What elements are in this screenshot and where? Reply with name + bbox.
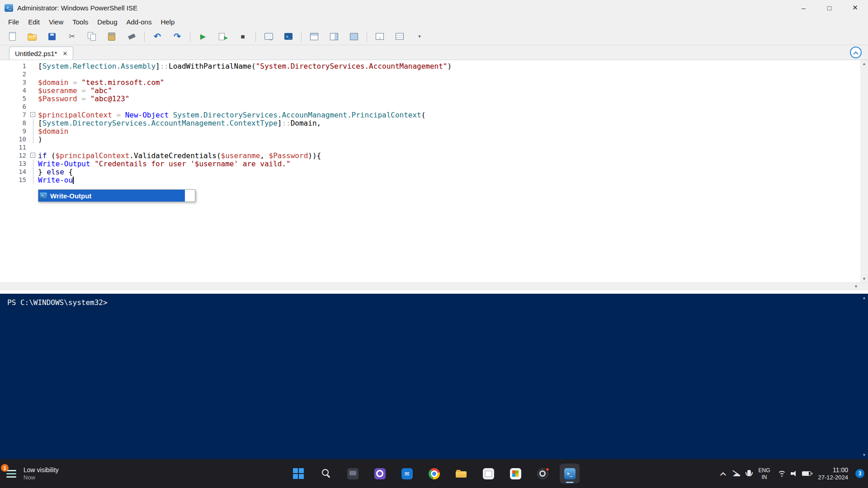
menu-item-edit[interactable]: Edit xyxy=(24,17,44,27)
powershell-ise-app-icon: >_ xyxy=(5,4,13,12)
code-token: System.DirectoryServices.AccountManageme… xyxy=(42,119,278,127)
intellisense-item[interactable]: >_Write-Output xyxy=(38,190,185,202)
start-button[interactable] xyxy=(288,464,308,483)
menu-item-tools[interactable]: Tools xyxy=(68,17,93,27)
script-pane-toggle-button[interactable] xyxy=(850,47,862,58)
code-line-11[interactable]: 11 xyxy=(0,143,860,151)
show-script-pane-button[interactable] xyxy=(391,29,408,44)
code-text: $principalContext = New-Object System.Di… xyxy=(38,111,425,119)
code-line-6[interactable]: 6 xyxy=(0,103,860,111)
code-token: = xyxy=(81,86,86,95)
toolbar-overflow-button[interactable]: ▾ xyxy=(411,29,428,44)
menu-item-debug[interactable]: Debug xyxy=(93,17,122,27)
fold-collapse-button[interactable]: - xyxy=(30,151,37,160)
weather-widget[interactable]: 1 Low visibility Now xyxy=(5,466,59,481)
store-icon xyxy=(510,468,521,479)
code-token: } xyxy=(38,168,47,176)
tray-overflow-button[interactable] xyxy=(721,472,725,476)
language-switcher[interactable]: ENG IN xyxy=(758,467,770,480)
line-number: 2 xyxy=(0,70,30,78)
code-line-2[interactable]: 2 xyxy=(0,70,860,78)
copy-button[interactable] xyxy=(83,29,100,44)
open-script-button[interactable] xyxy=(24,29,41,44)
undo-button[interactable]: ↶ xyxy=(149,29,166,44)
redo-button[interactable]: ↷ xyxy=(169,29,186,44)
folder-icon xyxy=(455,468,467,479)
code-line-13[interactable]: 13Write-Output "Credentails for user '$u… xyxy=(0,160,860,168)
code-line-14[interactable]: 14} else { xyxy=(0,168,860,176)
save-button[interactable] xyxy=(43,29,61,44)
menu-item-file[interactable]: File xyxy=(4,17,24,27)
microphone-button[interactable] xyxy=(747,470,751,477)
code-line-8[interactable]: 8[System.DirectoryServices.AccountManage… xyxy=(0,119,860,127)
notification-center-button[interactable]: 3 xyxy=(855,469,864,478)
code-token: $principalContext xyxy=(38,111,112,119)
taskbar-app-microsoft-store[interactable] xyxy=(505,464,525,483)
code-token xyxy=(169,111,173,119)
taskbar-app-photos[interactable] xyxy=(478,464,498,483)
clear-console-button[interactable] xyxy=(123,29,140,44)
fold-collapse-button[interactable]: - xyxy=(30,111,37,119)
code-text: $useranme = "abc" xyxy=(38,86,112,95)
menu-item-addons[interactable]: Add-ons xyxy=(122,17,156,27)
fold-column xyxy=(30,119,37,127)
stop-operation-button[interactable]: ■ xyxy=(234,29,251,44)
menu-item-view[interactable]: View xyxy=(44,17,68,27)
console-scrollbar[interactable]: ▲ ▼ xyxy=(860,294,868,459)
menu-item-help[interactable]: Help xyxy=(156,17,179,27)
close-button[interactable]: ✕ xyxy=(842,0,868,15)
minimize-button[interactable]: – xyxy=(791,0,816,15)
script-pane-right-button[interactable] xyxy=(326,29,343,44)
cut-button[interactable]: ✂ xyxy=(63,29,80,44)
code-line-5[interactable]: 5$Password = "abc@123" xyxy=(0,94,860,103)
code-token: ] xyxy=(278,119,282,127)
tab-close-icon[interactable]: ✕ xyxy=(62,50,67,57)
quick-settings-button[interactable] xyxy=(778,470,811,477)
clock[interactable]: 11:00 27-12-2024 xyxy=(818,466,849,481)
code-line-1[interactable]: 1[System.Reflection.Assembly]::LoadWithP… xyxy=(0,62,860,70)
editor-vertical-scrollbar[interactable]: ▲ ▼ xyxy=(860,60,868,282)
taskbar-app-mail[interactable]: ✉ xyxy=(397,464,417,483)
editor-horizontal-scrollbar[interactable]: ▼ xyxy=(0,282,868,291)
show-command-window-button[interactable] xyxy=(371,29,388,44)
code-line-9[interactable]: 9$domain xyxy=(0,127,860,135)
code-token: "abc" xyxy=(90,86,112,95)
code-line-4[interactable]: 4$useranme = "abc" xyxy=(0,86,860,94)
console-pane[interactable]: PS C:\WINDOWS\system32> ▲ ▼ xyxy=(0,294,868,459)
code-line-3[interactable]: 3$domain = "test.mirosoft.com" xyxy=(0,78,860,86)
code-text: ) xyxy=(38,135,42,144)
tray-date: 27-12-2024 xyxy=(818,474,849,481)
taskbar-app-powershell-ise[interactable]: >_ xyxy=(560,464,580,483)
taskbar-app-camera[interactable] xyxy=(370,464,390,483)
scroll-down-icon[interactable]: ▼ xyxy=(862,277,866,281)
scroll-down-icon[interactable]: ▼ xyxy=(862,453,866,457)
code-line-7[interactable]: 7-$principalContext = New-Object System.… xyxy=(0,111,860,119)
code-line-10[interactable]: 10) xyxy=(0,135,860,143)
tab-untitled2[interactable]: Untitled2.ps1* ✕ xyxy=(9,47,73,60)
maximize-button[interactable]: □ xyxy=(816,0,842,15)
start-powershell-button[interactable] xyxy=(280,29,297,44)
run-script-button[interactable]: ▶ xyxy=(194,29,212,44)
code-token: $Password xyxy=(38,94,77,103)
taskbar-app-obs[interactable] xyxy=(533,464,552,483)
scroll-up-icon[interactable]: ▲ xyxy=(862,61,866,66)
taskbar-app-file-explorer[interactable] xyxy=(451,464,471,483)
code-token: , xyxy=(260,151,269,160)
new-script-button[interactable] xyxy=(4,29,21,44)
code-text: [System.DirectoryServices.AccountManagem… xyxy=(38,119,321,127)
script-pane-top-button[interactable] xyxy=(306,29,323,44)
search-button[interactable] xyxy=(316,464,335,483)
script-pane-maximized-button[interactable] xyxy=(345,29,363,44)
onedrive-status-button[interactable]: ☁ xyxy=(732,469,740,478)
scroll-down-icon[interactable]: ▼ xyxy=(854,284,858,289)
scroll-up-icon[interactable]: ▲ xyxy=(862,296,866,300)
run-selection-button[interactable] xyxy=(214,29,231,44)
code-token: New-Object xyxy=(125,111,169,119)
paste-button[interactable] xyxy=(103,29,120,44)
taskbar-app-monitor[interactable] xyxy=(343,464,363,483)
code-line-12[interactable]: 12-if ($principalContext.ValidateCredent… xyxy=(0,151,860,160)
code-line-15[interactable]: 15Write-ou xyxy=(0,176,860,184)
new-remote-powershell-tab-button[interactable] xyxy=(260,29,277,44)
script-editor[interactable]: 1[System.Reflection.Assembly]::LoadWithP… xyxy=(0,60,868,282)
taskbar-app-chrome[interactable] xyxy=(424,464,444,483)
